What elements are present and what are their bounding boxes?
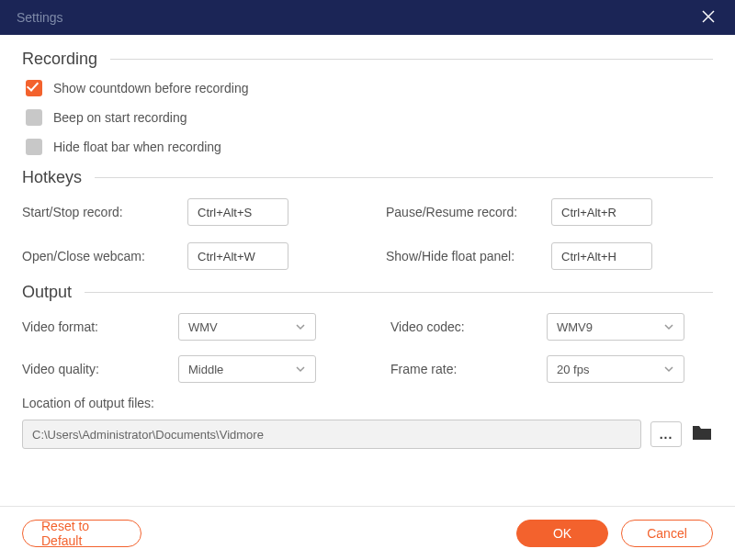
- chevron-down-icon: [295, 321, 306, 332]
- hotkey-input-webcam[interactable]: [187, 242, 288, 270]
- open-folder-icon[interactable]: [691, 423, 713, 445]
- select-video-format-value: WMV: [188, 320, 218, 334]
- chevron-down-icon: [295, 364, 306, 375]
- section-title-hotkeys: Hotkeys: [22, 168, 82, 187]
- select-video-codec-value: WMV9: [557, 320, 593, 334]
- browse-button[interactable]: ...: [650, 421, 682, 447]
- checkbox-countdown[interactable]: [26, 80, 42, 96]
- hotkey-label-pause-resume: Pause/Resume record:: [386, 205, 551, 219]
- reset-button[interactable]: Reset to Default: [22, 520, 141, 547]
- cancel-button[interactable]: Cancel: [621, 520, 713, 547]
- checkbox-hide-float-label: Hide float bar when recording: [53, 140, 221, 154]
- hotkey-label-start-stop: Start/Stop record:: [22, 205, 187, 219]
- select-video-codec[interactable]: WMV9: [547, 313, 684, 341]
- checkbox-countdown-label: Show countdown before recording: [53, 81, 248, 95]
- select-video-format[interactable]: WMV: [178, 313, 316, 341]
- footer: Reset to Default OK Cancel: [0, 506, 735, 560]
- hotkey-input-pause-resume[interactable]: [551, 198, 652, 226]
- output-location-label: Location of output files:: [22, 396, 713, 410]
- window-title: Settings: [17, 10, 63, 25]
- chevron-down-icon: [663, 321, 674, 332]
- output-location-input[interactable]: [22, 420, 641, 449]
- divider: [95, 177, 713, 178]
- titlebar: Settings: [0, 0, 735, 35]
- select-frame-rate-value: 20 fps: [557, 363, 589, 376]
- divider: [85, 292, 713, 293]
- hotkey-input-float-panel[interactable]: [551, 242, 652, 270]
- checkbox-beep-label: Beep on start recording: [53, 110, 187, 125]
- hotkey-label-webcam: Open/Close webcam:: [22, 249, 187, 263]
- select-video-quality-value: Middle: [188, 363, 223, 376]
- ok-button[interactable]: OK: [516, 520, 608, 547]
- output-label-video-codec: Video codec:: [390, 319, 547, 334]
- section-hotkeys: Hotkeys Start/Stop record: Pause/Resume …: [22, 168, 713, 270]
- checkbox-hide-float[interactable]: [26, 139, 42, 155]
- select-frame-rate[interactable]: 20 fps: [547, 355, 684, 383]
- section-output: Output Video format: WMV Video codec: WM…: [22, 283, 713, 449]
- select-video-quality[interactable]: Middle: [178, 355, 316, 383]
- hotkey-input-start-stop[interactable]: [187, 198, 288, 226]
- close-icon[interactable]: [696, 5, 720, 31]
- chevron-down-icon: [663, 364, 674, 375]
- output-label-video-format: Video format:: [22, 319, 178, 334]
- output-label-video-quality: Video quality:: [22, 362, 178, 376]
- section-title-recording: Recording: [22, 50, 97, 69]
- hotkey-label-float-panel: Show/Hide float panel:: [386, 249, 551, 263]
- divider: [110, 59, 713, 60]
- checkbox-beep[interactable]: [26, 109, 42, 126]
- section-recording: Recording Show countdown before recordin…: [22, 50, 713, 155]
- output-label-frame-rate: Frame rate:: [390, 362, 547, 376]
- section-title-output: Output: [22, 283, 72, 302]
